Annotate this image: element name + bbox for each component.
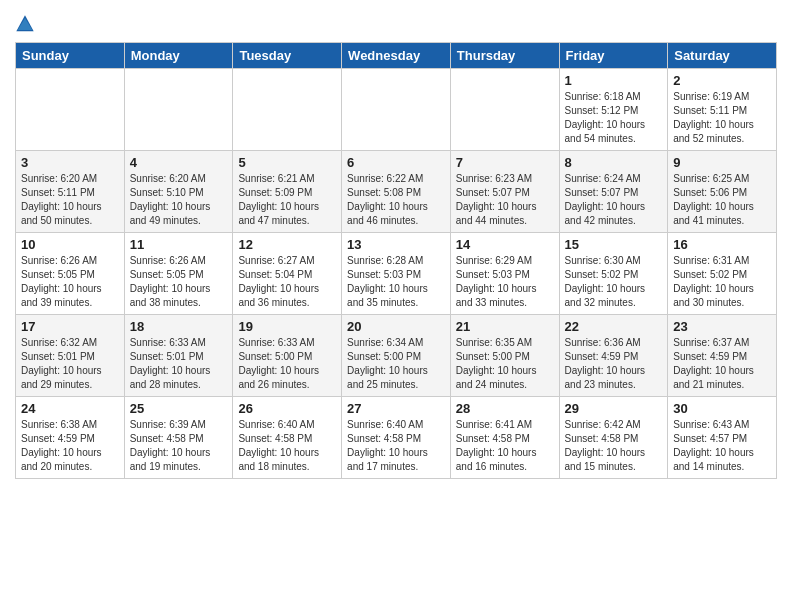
day-number: 26 <box>238 401 336 416</box>
calendar-week-4: 17Sunrise: 6:32 AM Sunset: 5:01 PM Dayli… <box>16 315 777 397</box>
day-number: 27 <box>347 401 445 416</box>
calendar-cell: 19Sunrise: 6:33 AM Sunset: 5:00 PM Dayli… <box>233 315 342 397</box>
calendar-header-row: SundayMondayTuesdayWednesdayThursdayFrid… <box>16 43 777 69</box>
day-number: 23 <box>673 319 771 334</box>
day-number: 8 <box>565 155 663 170</box>
calendar-cell: 4Sunrise: 6:20 AM Sunset: 5:10 PM Daylig… <box>124 151 233 233</box>
calendar-header-wednesday: Wednesday <box>342 43 451 69</box>
day-info: Sunrise: 6:22 AM Sunset: 5:08 PM Dayligh… <box>347 172 445 228</box>
day-number: 9 <box>673 155 771 170</box>
calendar-cell: 26Sunrise: 6:40 AM Sunset: 4:58 PM Dayli… <box>233 397 342 479</box>
calendar-cell: 13Sunrise: 6:28 AM Sunset: 5:03 PM Dayli… <box>342 233 451 315</box>
calendar-cell: 5Sunrise: 6:21 AM Sunset: 5:09 PM Daylig… <box>233 151 342 233</box>
day-number: 24 <box>21 401 119 416</box>
day-number: 30 <box>673 401 771 416</box>
day-number: 13 <box>347 237 445 252</box>
calendar-cell: 22Sunrise: 6:36 AM Sunset: 4:59 PM Dayli… <box>559 315 668 397</box>
day-info: Sunrise: 6:40 AM Sunset: 4:58 PM Dayligh… <box>347 418 445 474</box>
day-number: 1 <box>565 73 663 88</box>
day-info: Sunrise: 6:30 AM Sunset: 5:02 PM Dayligh… <box>565 254 663 310</box>
calendar-cell: 25Sunrise: 6:39 AM Sunset: 4:58 PM Dayli… <box>124 397 233 479</box>
day-number: 17 <box>21 319 119 334</box>
day-number: 11 <box>130 237 228 252</box>
day-info: Sunrise: 6:43 AM Sunset: 4:57 PM Dayligh… <box>673 418 771 474</box>
calendar-cell: 3Sunrise: 6:20 AM Sunset: 5:11 PM Daylig… <box>16 151 125 233</box>
day-info: Sunrise: 6:42 AM Sunset: 4:58 PM Dayligh… <box>565 418 663 474</box>
day-number: 2 <box>673 73 771 88</box>
calendar-cell: 21Sunrise: 6:35 AM Sunset: 5:00 PM Dayli… <box>450 315 559 397</box>
calendar-cell: 30Sunrise: 6:43 AM Sunset: 4:57 PM Dayli… <box>668 397 777 479</box>
day-number: 19 <box>238 319 336 334</box>
calendar-header-thursday: Thursday <box>450 43 559 69</box>
day-info: Sunrise: 6:24 AM Sunset: 5:07 PM Dayligh… <box>565 172 663 228</box>
calendar-cell: 28Sunrise: 6:41 AM Sunset: 4:58 PM Dayli… <box>450 397 559 479</box>
day-info: Sunrise: 6:18 AM Sunset: 5:12 PM Dayligh… <box>565 90 663 146</box>
calendar-week-2: 3Sunrise: 6:20 AM Sunset: 5:11 PM Daylig… <box>16 151 777 233</box>
day-info: Sunrise: 6:26 AM Sunset: 5:05 PM Dayligh… <box>21 254 119 310</box>
day-number: 15 <box>565 237 663 252</box>
day-info: Sunrise: 6:21 AM Sunset: 5:09 PM Dayligh… <box>238 172 336 228</box>
calendar-cell <box>124 69 233 151</box>
calendar-cell: 1Sunrise: 6:18 AM Sunset: 5:12 PM Daylig… <box>559 69 668 151</box>
day-info: Sunrise: 6:32 AM Sunset: 5:01 PM Dayligh… <box>21 336 119 392</box>
calendar-header-saturday: Saturday <box>668 43 777 69</box>
day-number: 18 <box>130 319 228 334</box>
day-number: 12 <box>238 237 336 252</box>
calendar-cell: 23Sunrise: 6:37 AM Sunset: 4:59 PM Dayli… <box>668 315 777 397</box>
day-info: Sunrise: 6:19 AM Sunset: 5:11 PM Dayligh… <box>673 90 771 146</box>
svg-marker-1 <box>18 18 33 30</box>
day-info: Sunrise: 6:27 AM Sunset: 5:04 PM Dayligh… <box>238 254 336 310</box>
calendar-cell: 7Sunrise: 6:23 AM Sunset: 5:07 PM Daylig… <box>450 151 559 233</box>
day-number: 21 <box>456 319 554 334</box>
header-row <box>15 10 777 34</box>
calendar-cell <box>450 69 559 151</box>
calendar-header-sunday: Sunday <box>16 43 125 69</box>
day-info: Sunrise: 6:20 AM Sunset: 5:11 PM Dayligh… <box>21 172 119 228</box>
day-info: Sunrise: 6:39 AM Sunset: 4:58 PM Dayligh… <box>130 418 228 474</box>
day-number: 6 <box>347 155 445 170</box>
page-container: SundayMondayTuesdayWednesdayThursdayFrid… <box>0 0 792 489</box>
calendar-week-5: 24Sunrise: 6:38 AM Sunset: 4:59 PM Dayli… <box>16 397 777 479</box>
calendar-cell <box>16 69 125 151</box>
calendar-cell: 12Sunrise: 6:27 AM Sunset: 5:04 PM Dayli… <box>233 233 342 315</box>
logo-icon <box>15 14 35 34</box>
day-info: Sunrise: 6:25 AM Sunset: 5:06 PM Dayligh… <box>673 172 771 228</box>
day-number: 20 <box>347 319 445 334</box>
calendar-header-monday: Monday <box>124 43 233 69</box>
calendar-cell: 27Sunrise: 6:40 AM Sunset: 4:58 PM Dayli… <box>342 397 451 479</box>
calendar-cell: 10Sunrise: 6:26 AM Sunset: 5:05 PM Dayli… <box>16 233 125 315</box>
day-info: Sunrise: 6:28 AM Sunset: 5:03 PM Dayligh… <box>347 254 445 310</box>
calendar-week-3: 10Sunrise: 6:26 AM Sunset: 5:05 PM Dayli… <box>16 233 777 315</box>
calendar-cell: 24Sunrise: 6:38 AM Sunset: 4:59 PM Dayli… <box>16 397 125 479</box>
calendar-cell: 11Sunrise: 6:26 AM Sunset: 5:05 PM Dayli… <box>124 233 233 315</box>
day-info: Sunrise: 6:33 AM Sunset: 5:01 PM Dayligh… <box>130 336 228 392</box>
calendar-cell: 8Sunrise: 6:24 AM Sunset: 5:07 PM Daylig… <box>559 151 668 233</box>
calendar-cell: 16Sunrise: 6:31 AM Sunset: 5:02 PM Dayli… <box>668 233 777 315</box>
day-info: Sunrise: 6:35 AM Sunset: 5:00 PM Dayligh… <box>456 336 554 392</box>
calendar-table: SundayMondayTuesdayWednesdayThursdayFrid… <box>15 42 777 479</box>
calendar-cell: 29Sunrise: 6:42 AM Sunset: 4:58 PM Dayli… <box>559 397 668 479</box>
day-number: 22 <box>565 319 663 334</box>
calendar-cell: 14Sunrise: 6:29 AM Sunset: 5:03 PM Dayli… <box>450 233 559 315</box>
day-number: 29 <box>565 401 663 416</box>
calendar-cell: 20Sunrise: 6:34 AM Sunset: 5:00 PM Dayli… <box>342 315 451 397</box>
logo <box>15 14 39 34</box>
day-number: 10 <box>21 237 119 252</box>
calendar-cell: 2Sunrise: 6:19 AM Sunset: 5:11 PM Daylig… <box>668 69 777 151</box>
calendar-cell: 18Sunrise: 6:33 AM Sunset: 5:01 PM Dayli… <box>124 315 233 397</box>
day-number: 7 <box>456 155 554 170</box>
day-info: Sunrise: 6:36 AM Sunset: 4:59 PM Dayligh… <box>565 336 663 392</box>
day-number: 16 <box>673 237 771 252</box>
calendar-cell <box>233 69 342 151</box>
day-info: Sunrise: 6:41 AM Sunset: 4:58 PM Dayligh… <box>456 418 554 474</box>
day-info: Sunrise: 6:33 AM Sunset: 5:00 PM Dayligh… <box>238 336 336 392</box>
day-info: Sunrise: 6:26 AM Sunset: 5:05 PM Dayligh… <box>130 254 228 310</box>
calendar-cell: 6Sunrise: 6:22 AM Sunset: 5:08 PM Daylig… <box>342 151 451 233</box>
calendar-header-tuesday: Tuesday <box>233 43 342 69</box>
day-info: Sunrise: 6:29 AM Sunset: 5:03 PM Dayligh… <box>456 254 554 310</box>
day-info: Sunrise: 6:38 AM Sunset: 4:59 PM Dayligh… <box>21 418 119 474</box>
calendar-week-1: 1Sunrise: 6:18 AM Sunset: 5:12 PM Daylig… <box>16 69 777 151</box>
calendar-cell: 9Sunrise: 6:25 AM Sunset: 5:06 PM Daylig… <box>668 151 777 233</box>
calendar-cell: 15Sunrise: 6:30 AM Sunset: 5:02 PM Dayli… <box>559 233 668 315</box>
day-info: Sunrise: 6:23 AM Sunset: 5:07 PM Dayligh… <box>456 172 554 228</box>
